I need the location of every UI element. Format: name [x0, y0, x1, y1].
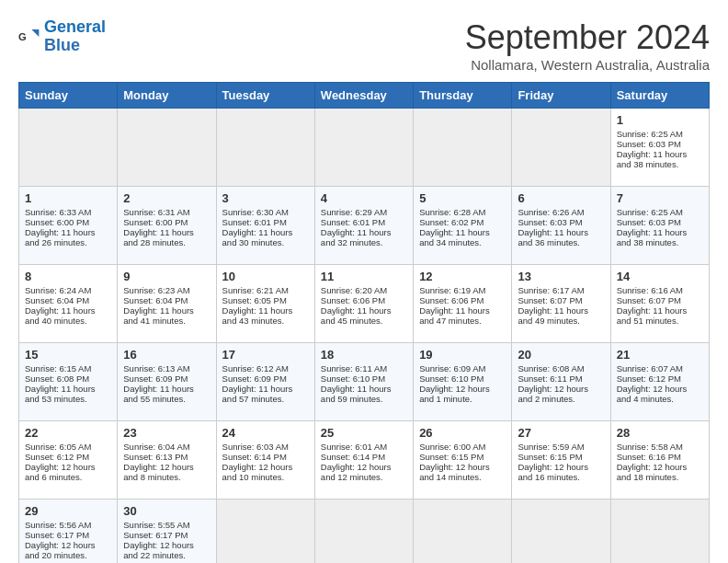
sunrise: Sunrise: 6:01 AM	[321, 442, 387, 452]
daylight: Daylight: 11 hours and 38 minutes.	[617, 149, 688, 169]
calendar-cell: 14 Sunrise: 6:16 AM Sunset: 6:07 PM Dayl…	[610, 265, 709, 343]
calendar-cell: 5 Sunrise: 6:28 AM Sunset: 6:02 PM Dayli…	[414, 187, 512, 265]
subtitle: Nollamara, Western Australia, Australia	[465, 57, 710, 73]
logo-icon: G	[18, 26, 40, 48]
sunrise: Sunrise: 6:25 AM	[617, 207, 683, 217]
daylight: Daylight: 11 hours and 32 minutes.	[321, 227, 392, 247]
day-number: 16	[123, 348, 210, 362]
day-number: 17	[222, 348, 309, 362]
calendar-week-2: 1 Sunrise: 6:33 AM Sunset: 6:00 PM Dayli…	[19, 187, 710, 265]
svg-text:G: G	[18, 31, 27, 42]
header-row: SundayMondayTuesdayWednesdayThursdayFrid…	[19, 83, 710, 109]
day-number: 15	[25, 348, 111, 362]
calendar-cell: 1 Sunrise: 6:25 AM Sunset: 6:03 PM Dayli…	[610, 109, 709, 187]
day-number: 12	[419, 270, 506, 283]
sunset: Sunset: 6:11 PM	[518, 373, 582, 384]
sunset: Sunset: 6:14 PM	[222, 452, 287, 462]
calendar-cell	[512, 109, 610, 187]
daylight: Daylight: 11 hours and 28 minutes.	[123, 227, 194, 247]
daylight: Daylight: 12 hours and 14 minutes.	[419, 462, 490, 482]
sunset: Sunset: 6:01 PM	[222, 217, 287, 227]
calendar-cell	[314, 500, 413, 564]
day-number: 25	[321, 426, 407, 440]
calendar-cell: 28 Sunrise: 5:58 AM Sunset: 6:16 PM Dayl…	[610, 421, 709, 500]
daylight: Daylight: 11 hours and 55 minutes.	[123, 384, 194, 404]
sunset: Sunset: 6:05 PM	[222, 295, 287, 305]
calendar-week-1: 1 Sunrise: 6:25 AM Sunset: 6:03 PM Dayli…	[19, 109, 710, 187]
calendar-cell: 13 Sunrise: 6:17 AM Sunset: 6:07 PM Dayl…	[512, 265, 610, 343]
day-header-monday: Monday	[118, 83, 216, 109]
daylight: Daylight: 12 hours and 1 minute.	[419, 384, 490, 404]
day-header-thursday: Thursday	[414, 83, 512, 109]
day-number: 13	[518, 270, 604, 283]
daylight: Daylight: 11 hours and 36 minutes.	[518, 227, 588, 247]
day-number: 14	[617, 270, 703, 283]
daylight: Daylight: 12 hours and 2 minutes.	[518, 384, 588, 404]
daylight: Daylight: 12 hours and 18 minutes.	[617, 462, 688, 482]
sunrise: Sunrise: 6:08 AM	[518, 363, 584, 373]
day-number: 1	[25, 191, 111, 205]
sunrise: Sunrise: 5:58 AM	[617, 442, 683, 452]
sunset: Sunset: 6:13 PM	[123, 452, 188, 462]
calendar-cell: 16 Sunrise: 6:13 AM Sunset: 6:09 PM Dayl…	[118, 343, 216, 421]
calendar-cell	[414, 109, 512, 187]
calendar-cell: 6 Sunrise: 6:26 AM Sunset: 6:03 PM Dayli…	[512, 187, 610, 265]
calendar-cell	[610, 500, 709, 564]
day-header-wednesday: Wednesday	[314, 83, 413, 109]
sunrise: Sunrise: 6:12 AM	[222, 363, 289, 373]
daylight: Daylight: 12 hours and 22 minutes.	[123, 540, 194, 560]
sunrise: Sunrise: 6:11 AM	[321, 363, 387, 373]
day-number: 10	[222, 270, 309, 283]
day-number: 26	[419, 426, 506, 440]
calendar-cell: 27 Sunrise: 5:59 AM Sunset: 6:15 PM Dayl…	[512, 421, 610, 500]
calendar-cell: 24 Sunrise: 6:03 AM Sunset: 6:14 PM Dayl…	[216, 421, 314, 500]
sunset: Sunset: 6:15 PM	[518, 452, 582, 462]
title-block: September 2024 Nollamara, Western Austra…	[465, 18, 710, 73]
calendar-cell: 4 Sunrise: 6:29 AM Sunset: 6:01 PM Dayli…	[314, 187, 413, 265]
sunset: Sunset: 6:17 PM	[25, 530, 89, 540]
day-number: 1	[617, 113, 703, 127]
day-number: 28	[617, 426, 703, 440]
day-number: 30	[123, 504, 210, 518]
calendar-cell: 18 Sunrise: 6:11 AM Sunset: 6:10 PM Dayl…	[314, 343, 413, 421]
sunset: Sunset: 6:02 PM	[419, 217, 483, 227]
svg-marker-1	[31, 29, 39, 37]
calendar-cell: 8 Sunrise: 6:24 AM Sunset: 6:04 PM Dayli…	[19, 265, 118, 343]
sunrise: Sunrise: 6:09 AM	[419, 363, 485, 373]
month-title: September 2024	[465, 18, 710, 57]
calendar-cell	[314, 109, 413, 187]
sunset: Sunset: 6:04 PM	[123, 295, 188, 305]
sunset: Sunset: 6:08 PM	[25, 373, 89, 384]
daylight: Daylight: 11 hours and 34 minutes.	[419, 227, 490, 247]
daylight: Daylight: 12 hours and 4 minutes.	[617, 384, 688, 404]
calendar-cell: 23 Sunrise: 6:04 AM Sunset: 6:13 PM Dayl…	[118, 421, 216, 500]
sunrise: Sunrise: 6:29 AM	[321, 207, 387, 217]
calendar-cell: 19 Sunrise: 6:09 AM Sunset: 6:10 PM Dayl…	[414, 343, 512, 421]
calendar-cell: 15 Sunrise: 6:15 AM Sunset: 6:08 PM Dayl…	[19, 343, 118, 421]
day-header-tuesday: Tuesday	[216, 83, 314, 109]
sunset: Sunset: 6:06 PM	[419, 295, 483, 305]
sunset: Sunset: 6:03 PM	[518, 217, 582, 227]
calendar-cell: 20 Sunrise: 6:08 AM Sunset: 6:11 PM Dayl…	[512, 343, 610, 421]
sunset: Sunset: 6:03 PM	[617, 217, 681, 227]
daylight: Daylight: 12 hours and 8 minutes.	[123, 462, 194, 482]
sunrise: Sunrise: 6:13 AM	[123, 363, 189, 373]
day-number: 19	[419, 348, 506, 362]
calendar-cell: 11 Sunrise: 6:20 AM Sunset: 6:06 PM Dayl…	[314, 265, 413, 343]
sunrise: Sunrise: 6:30 AM	[222, 207, 289, 217]
sunrise: Sunrise: 6:23 AM	[123, 285, 189, 295]
sunset: Sunset: 6:07 PM	[518, 295, 582, 305]
calendar-cell: 3 Sunrise: 6:30 AM Sunset: 6:01 PM Dayli…	[216, 187, 314, 265]
sunset: Sunset: 6:01 PM	[321, 217, 385, 227]
calendar-cell: 7 Sunrise: 6:25 AM Sunset: 6:03 PM Dayli…	[610, 187, 709, 265]
sunrise: Sunrise: 6:21 AM	[222, 285, 289, 295]
calendar-cell: 10 Sunrise: 6:21 AM Sunset: 6:05 PM Dayl…	[216, 265, 314, 343]
daylight: Daylight: 11 hours and 38 minutes.	[617, 227, 688, 247]
day-number: 6	[518, 191, 604, 205]
day-number: 23	[123, 426, 210, 440]
day-number: 9	[123, 270, 210, 283]
daylight: Daylight: 12 hours and 12 minutes.	[321, 462, 392, 482]
calendar-cell	[414, 500, 512, 564]
calendar-week-5: 22 Sunrise: 6:05 AM Sunset: 6:12 PM Dayl…	[19, 421, 710, 500]
day-header-saturday: Saturday	[610, 83, 709, 109]
